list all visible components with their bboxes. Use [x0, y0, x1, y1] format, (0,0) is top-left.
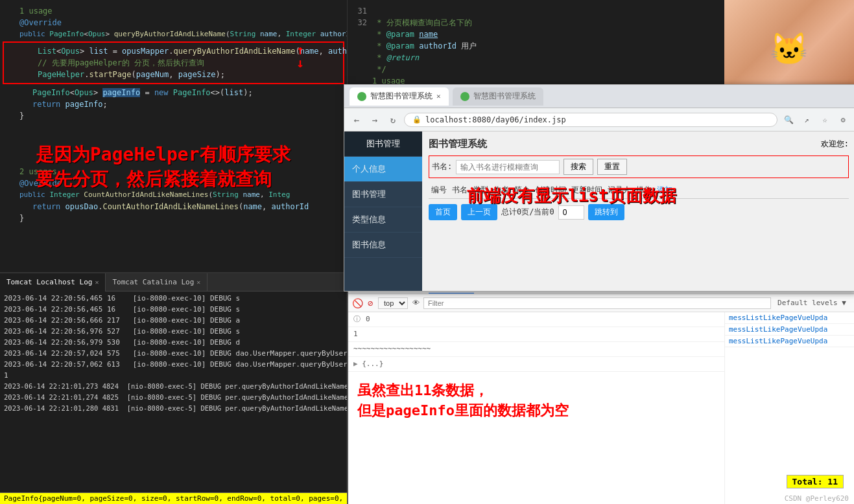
- code-usage1: 1 usage: [19, 5, 347, 17]
- nav-bookmark[interactable]: ☆: [818, 113, 832, 127]
- col-name: 书名: [452, 185, 468, 196]
- nav-forward[interactable]: →: [368, 113, 382, 127]
- code-comment1: // 先要用pageHelper的 分页，然后执行查询: [25, 57, 342, 69]
- log-tab-localhost[interactable]: Tomcat Localhost Log ✕: [0, 273, 106, 292]
- console-line-0: ⓘ0: [348, 312, 724, 327]
- frontend-annotation: 前端没有显示list页面数据: [467, 185, 676, 207]
- sidebar-item-books[interactable]: 图书管理: [344, 182, 422, 207]
- log-tab-catalina[interactable]: Tomcat Catalina Log ✕: [106, 273, 208, 292]
- sidebar-title: 图书管理: [344, 132, 422, 157]
- eye-icon[interactable]: 👁: [410, 298, 421, 308]
- search-input[interactable]: [456, 160, 560, 174]
- tab-favicon2: [460, 92, 469, 101]
- search-bar: 书名: 搜索 重置: [429, 155, 849, 178]
- log-tabs: Tomcat Localhost Log ✕ Tomcat Catalina L…: [0, 273, 347, 292]
- clear-console-icon[interactable]: 🚫: [352, 298, 362, 308]
- nav-share[interactable]: ↗: [800, 113, 814, 127]
- log-line: 2023-06-14 22:20:57,062 613 [io-8080-exe…: [0, 359, 347, 370]
- code-return: return pageInfo;: [19, 98, 347, 110]
- annotation-pagehelper: 是因为PageHelper有顺序要求 要先分页，然后紧接着就查询: [36, 143, 291, 192]
- log-line: 2023-06-14 22:21:01,280 4831 [nio-8080-e…: [0, 403, 347, 414]
- context-select[interactable]: top: [378, 297, 408, 309]
- console-url-1: messListLikePageVueUpda: [725, 324, 854, 336]
- watermark: CSDN @Perley620: [785, 494, 849, 503]
- search-label: 书名:: [432, 161, 452, 172]
- browser-navbar: ← → ↻ 🔒 localhost:8080/day06/index.jsp 🔍…: [344, 108, 854, 132]
- log-line: 2023-06-14 22:20:56,979 530 [io-8080-exe…: [0, 337, 347, 348]
- code-startpage: PageHelper.startPage(pageNum, pageSize);: [25, 69, 342, 80]
- console-line-obj: ▶ {...}: [348, 357, 724, 372]
- code-method-sig: public PageInfo<Opus> queryByAuthorIdAnd…: [19, 29, 347, 40]
- pageinfo-line: PageInfo{pageNum=0, pageSize=0, size=0, …: [0, 492, 347, 504]
- log-tab-close1[interactable]: ✕: [95, 273, 99, 292]
- webapp-sidebar: 图书管理 个人信息 图书管理 类型信息 图书信息: [344, 132, 422, 291]
- code-close2: }: [19, 212, 347, 224]
- col-id: 编号: [431, 185, 447, 196]
- log-line: 2023-06-14 22:20:57,024 575 [io-8080-exe…: [0, 348, 347, 359]
- stop-icon[interactable]: ⊘: [365, 298, 375, 308]
- log-content: 2023-06-14 22:20:56,465 16 [io-8080-exec…: [0, 292, 347, 504]
- browser-tab-active[interactable]: 智慧图书管理系统 ✕: [350, 87, 449, 106]
- log-tab-close2[interactable]: ✕: [196, 273, 200, 292]
- log-line: 2023-06-14 22:20:56,465 16 [io-8080-exec…: [0, 304, 347, 315]
- log-line: 2023-06-14 22:20:56,465 16 [io-8080-exec…: [0, 293, 347, 304]
- console-line-tilde: ~~~~~~~~~~~~~~~~~~: [348, 342, 724, 357]
- sidebar-item-personal[interactable]: 个人信息: [344, 157, 422, 182]
- nav-refresh[interactable]: ↻: [386, 113, 400, 127]
- console-filter-input[interactable]: [423, 297, 771, 309]
- nav-extensions[interactable]: ⚙: [836, 113, 850, 127]
- console-url-2: messListLikePageVueUpda: [725, 336, 854, 347]
- nav-back[interactable]: ←: [350, 113, 364, 127]
- log-levels-dropdown[interactable]: Default levels ▼: [774, 299, 850, 307]
- browser-tab-inactive[interactable]: 智慧图书管理系统: [453, 87, 543, 106]
- welcome-text: 欢迎您:: [821, 139, 849, 150]
- tab-title-active: 智慧图书管理系统: [370, 91, 433, 102]
- total-highlight: Total: 11: [787, 475, 844, 488]
- console-urls: messListLikePageVueUpda messListLikePage…: [724, 312, 854, 504]
- nav-search[interactable]: 🔍: [781, 113, 796, 127]
- console-content: ⓘ0 1 ~~~~~~~~~~~~~~~~~~ ▶ {...} 虽然查出11条数…: [348, 312, 854, 504]
- browser-titlebar: 智慧图书管理系统 ✕ 智慧图书管理系统: [344, 85, 854, 108]
- console-annotation-text: 虽然查出11条数据， 但是pageInfo里面的数据都为空: [357, 381, 715, 421]
- webapp-header: 图书管理系统 欢迎您:: [429, 138, 849, 150]
- log-line-1: 1: [0, 370, 347, 381]
- devtools-panel: ⬜ 📱 Elements Console Sources Network Per…: [347, 273, 854, 504]
- log-line: 2023-06-14 22:21:01,274 4825 [nio-8080-e…: [0, 392, 347, 403]
- log-line: 2023-06-14 22:20:56,976 527 [io-8080-exe…: [0, 326, 347, 337]
- url-bar[interactable]: 🔒 localhost:8080/day06/index.jsp: [404, 113, 777, 127]
- first-page-btn[interactable]: 首页: [429, 204, 457, 220]
- app-title: 图书管理系统: [429, 138, 487, 150]
- arrow-down: ↓: [296, 57, 304, 69]
- console-line-1: 1: [348, 327, 724, 342]
- log-line: 2023-06-14 22:21:01,273 4824 [nio-8080-e…: [0, 381, 347, 392]
- tab-close-btn[interactable]: ✕: [436, 92, 441, 100]
- cat-image: [724, 0, 854, 97]
- search-button[interactable]: 搜索: [563, 159, 593, 175]
- code-return2: return opusDao.CountAuthorIdAndLikeNameL…: [19, 201, 347, 212]
- log-line: 2023-06-14 22:20:56,666 217 [io-8080-exe…: [0, 315, 347, 326]
- page-info: 总计0页/当前0: [501, 207, 554, 218]
- tab-favicon: [357, 92, 366, 101]
- devtools-toolbar: 🚫 ⊘ top 👁 Default levels ▼: [348, 294, 854, 312]
- code-close-brace: }: [19, 110, 347, 122]
- lock-icon: 🔒: [412, 115, 421, 124]
- console-annotation: 虽然查出11条数据， 但是pageInfo里面的数据都为空: [353, 377, 719, 425]
- arrow-up: ↑: [296, 44, 304, 56]
- sidebar-item-bookinfo[interactable]: 图书信息: [344, 233, 422, 258]
- webapp-content: 图书管理 个人信息 图书管理 类型信息 图书信息 图书管理系统 欢迎您: 书名:: [344, 132, 854, 291]
- url-text: localhost:8080/day06/index.jsp: [425, 115, 566, 124]
- bottom-panel: Tomcat Localhost Log ✕ Tomcat Catalina L…: [0, 272, 854, 504]
- reset-button[interactable]: 重置: [597, 159, 627, 175]
- webapp-main: 图书管理系统 欢迎您: 书名: 搜索 重置 编号 书名 类型: [422, 132, 854, 291]
- sidebar-item-types[interactable]: 类型信息: [344, 207, 422, 233]
- code-pageinfo: PageInfo<Opus> pageInfo = new PageInfo<>…: [19, 87, 347, 98]
- console-url-0: messListLikePageVueUpda: [725, 312, 854, 324]
- log-area: Tomcat Localhost Log ✕ Tomcat Catalina L…: [0, 273, 347, 504]
- tab-title-inactive: 智慧图书管理系统: [473, 91, 536, 102]
- code-override1: @Override: [19, 17, 347, 29]
